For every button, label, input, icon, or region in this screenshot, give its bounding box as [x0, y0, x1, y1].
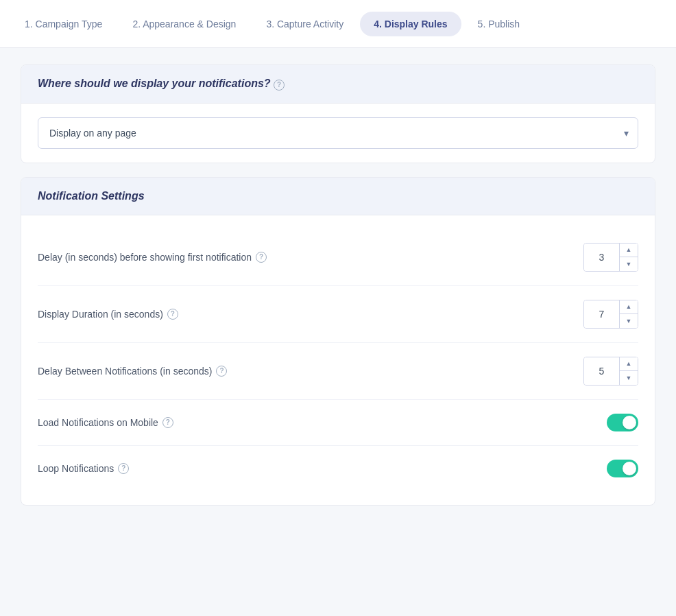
delay-between-row: Delay Between Notifications (in seconds)…: [38, 343, 638, 400]
tab-campaign-type[interactable]: 1. Campaign Type: [11, 12, 116, 36]
load-mobile-toggle[interactable]: [607, 414, 638, 431]
page-display-dropdown[interactable]: Display on any page Display on specific …: [38, 117, 638, 149]
loop-notifications-help-icon[interactable]: ?: [118, 463, 129, 474]
delay-first-stepper: ▲ ▼: [583, 243, 638, 272]
tab-publish[interactable]: 5. Publish: [464, 12, 533, 36]
top-navigation: 1. Campaign Type 2. Appearance & Design …: [0, 0, 676, 48]
display-duration-help-icon[interactable]: ?: [167, 309, 178, 320]
loop-notifications-label: Loop Notifications ?: [38, 463, 129, 474]
display-duration-input[interactable]: [584, 300, 620, 328]
display-section-body: Display on any page Display on specific …: [21, 104, 655, 163]
delay-between-decrement[interactable]: ▼: [620, 371, 638, 385]
loop-notifications-slider: [607, 460, 638, 477]
notification-settings-body: Delay (in seconds) before showing first …: [21, 215, 655, 505]
main-content: Where should we display your notificatio…: [0, 48, 676, 536]
delay-first-row: Delay (in seconds) before showing first …: [38, 229, 638, 286]
page-display-dropdown-container: Display on any page Display on specific …: [38, 117, 638, 149]
display-section-card: Where should we display your notificatio…: [21, 64, 655, 163]
delay-first-increment[interactable]: ▲: [620, 244, 638, 257]
load-mobile-help-icon[interactable]: ?: [162, 417, 173, 428]
display-duration-stepper: ▲ ▼: [583, 300, 638, 329]
load-mobile-slider: [607, 414, 638, 431]
notification-settings-card: Notification Settings Delay (in seconds)…: [21, 177, 655, 506]
display-section-title: Where should we display your notificatio…: [38, 78, 271, 89]
display-duration-decrement[interactable]: ▼: [620, 314, 638, 328]
notification-settings-header: Notification Settings: [21, 178, 655, 215]
delay-between-buttons: ▲ ▼: [620, 357, 638, 385]
display-duration-increment[interactable]: ▲: [620, 300, 638, 314]
delay-first-help-icon[interactable]: ?: [256, 252, 267, 263]
tab-appearance-design[interactable]: 2. Appearance & Design: [119, 12, 250, 36]
delay-first-label: Delay (in seconds) before showing first …: [38, 252, 267, 263]
display-duration-buttons: ▲ ▼: [620, 300, 638, 328]
delay-between-label: Delay Between Notifications (in seconds)…: [38, 366, 227, 377]
display-duration-label: Display Duration (in seconds) ?: [38, 309, 178, 320]
notification-settings-title: Notification Settings: [38, 190, 145, 202]
delay-first-decrement[interactable]: ▼: [620, 257, 638, 271]
loop-notifications-toggle[interactable]: [607, 460, 638, 477]
tab-capture-activity[interactable]: 3. Capture Activity: [252, 12, 357, 36]
load-mobile-label: Load Notifications on Mobile ?: [38, 417, 173, 428]
loop-notifications-row: Loop Notifications ?: [38, 446, 638, 491]
delay-first-buttons: ▲ ▼: [620, 244, 638, 271]
display-section-help-icon[interactable]: ?: [274, 80, 285, 91]
tab-display-rules[interactable]: 4. Display Rules: [360, 12, 461, 36]
load-mobile-row: Load Notifications on Mobile ?: [38, 400, 638, 446]
display-duration-row: Display Duration (in seconds) ? ▲ ▼: [38, 286, 638, 343]
delay-between-increment[interactable]: ▲: [620, 357, 638, 371]
delay-between-stepper: ▲ ▼: [583, 357, 638, 386]
display-section-header: Where should we display your notificatio…: [21, 65, 655, 104]
delay-between-help-icon[interactable]: ?: [216, 366, 227, 377]
delay-between-input[interactable]: [584, 357, 620, 385]
delay-first-input[interactable]: [584, 244, 620, 271]
